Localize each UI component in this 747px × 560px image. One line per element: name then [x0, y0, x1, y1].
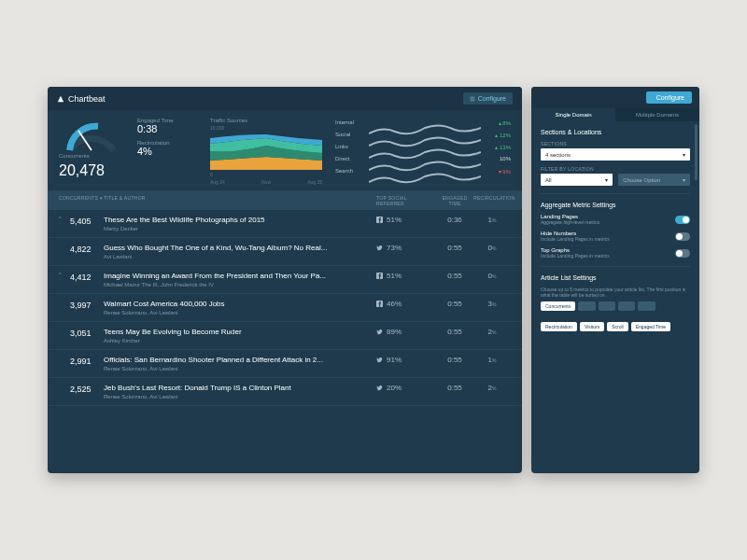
article-row[interactable]: ^ 5,405 These Are the Best Wildlife Phot… — [48, 210, 522, 238]
chartbeat-icon — [57, 95, 64, 103]
toggle-switch[interactable] — [675, 249, 690, 258]
sections-field-label: SECTIONS — [541, 141, 690, 147]
toggle-switch[interactable] — [675, 216, 690, 224]
article-row[interactable]: 2,991 Officials: San Bernardino Shooter … — [48, 350, 522, 378]
article-row[interactable]: 2,525 Jeb Bush's Last Resort: Donald Tru… — [48, 378, 522, 406]
divider — [541, 266, 690, 267]
row-title: Guess Who Bought The One of a Kind, Wu-T… — [104, 244, 376, 252]
col-title[interactable]: TITLE & AUTHOR — [104, 195, 376, 206]
dashboard-window: Chartbeat Configure Concurrents 20,478 E… — [48, 87, 522, 473]
selected-metric-chips: Concurrents — [541, 301, 690, 311]
sections-value: 4 sections — [545, 152, 571, 158]
row-recirc: 0% — [473, 272, 511, 280]
toggle-sub: Include Landing Pages in metrics — [541, 236, 610, 242]
col-engaged[interactable]: ENGAGED TIME — [436, 195, 473, 206]
row-social: 20% — [376, 384, 436, 392]
facebook-icon — [376, 273, 383, 279]
panel-header: Configure — [531, 87, 699, 108]
brand-name: Chartbeat — [68, 94, 106, 104]
source-sparkline — [369, 131, 481, 138]
article-row[interactable]: 3,051 Teens May Be Evolving to Become Ru… — [48, 322, 522, 350]
article-row[interactable]: 3,997 Walmart Cost America 400,000 Jobs … — [48, 294, 522, 322]
sections-select[interactable]: 4 sections ▾ — [541, 148, 690, 161]
col-concurrents[interactable]: CONCURRENTS ▾ — [59, 195, 104, 206]
toggle-sub: Aggregate high-level metrics — [541, 219, 599, 225]
filter-location-select[interactable]: All ▾ — [541, 174, 613, 186]
divider — [541, 193, 690, 194]
chart-ymin: 0 — [210, 172, 213, 177]
tab-single-domain[interactable]: Single Domain — [531, 108, 615, 121]
metric-slot-chip[interactable] — [599, 301, 615, 311]
metric-slot-chip[interactable] — [638, 301, 655, 311]
metric-slot-chip[interactable] — [578, 301, 595, 311]
source-delta: ▾ 9% — [486, 168, 511, 175]
source-delta: ▴ 13% — [486, 144, 511, 150]
row-recirc: 0% — [473, 244, 511, 252]
metric-slot-chip[interactable] — [618, 301, 635, 311]
aggregate-metric-title: Aggregate Metric Settings — [541, 202, 690, 208]
toggle-sub: Include Landing Pages in metrics — [541, 253, 610, 259]
configure-label: Configure — [478, 95, 506, 102]
row-author: Avi Lawlani — [104, 254, 376, 259]
configure-button-panel[interactable]: Configure — [646, 91, 692, 104]
filter-value: All — [545, 177, 552, 183]
config-panel: Configure Single Domain Multiple Domains… — [531, 87, 699, 473]
metric-slot-chip[interactable]: Concurrents — [541, 301, 575, 311]
article-list-sub: Choose up to 5 metrics to populate your … — [541, 287, 690, 298]
concurrents-value: 20,478 — [59, 162, 124, 179]
col-social[interactable]: TOP SOCIAL REFERRER — [376, 195, 436, 206]
row-title: Teens May Be Evolving to Become Ruder — [104, 328, 376, 336]
configure-button[interactable]: Configure — [463, 92, 513, 105]
row-concurrents: 2,991 — [70, 356, 104, 366]
overview-bar: Concurrents 20,478 Engaged Time 0:38 Rec… — [48, 110, 522, 191]
choose-option-value: Choose Option — [623, 177, 660, 183]
row-concurrents: 5,405 — [70, 216, 104, 226]
row-social: 89% — [376, 328, 436, 336]
sections-locations-title: Sections & Locations — [541, 129, 690, 135]
row-recirc: 3% — [473, 300, 511, 308]
row-title: Imagine Winning an Award From the Presid… — [104, 272, 376, 280]
row-concurrents: 3,997 — [70, 300, 104, 310]
col-recirc[interactable]: RECIRCULATION — [473, 195, 511, 206]
row-recirc: 2% — [473, 384, 511, 392]
toggle-switch[interactable] — [675, 232, 690, 241]
source-row: Links ▴ 13% — [335, 142, 511, 151]
scrollbar[interactable] — [695, 124, 698, 180]
metric-option-chip[interactable]: Visitors — [580, 322, 604, 331]
tab-multiple-domains[interactable]: Multiple Domains — [615, 108, 699, 121]
row-engaged: 0:55 — [436, 356, 473, 364]
panel-tabs: Single Domain Multiple Domains — [531, 108, 699, 121]
twitter-icon — [376, 357, 383, 363]
chart-ymax: 10,000 — [210, 125, 224, 131]
facebook-icon — [376, 301, 383, 307]
traffic-sources-list: Internal ▴ 8% Social ▴ 12% Links ▴ 13% D… — [335, 118, 511, 185]
article-row[interactable]: ^ 4,412 Imagine Winning an Award From th… — [48, 266, 522, 294]
metric-option-chip[interactable]: Engaged Time — [631, 322, 670, 331]
row-author: Ashley Kircher — [104, 338, 376, 343]
chart-xmid: Now — [261, 179, 271, 185]
row-social: 46% — [376, 300, 436, 308]
article-row[interactable]: 4,822 Guess Who Bought The One of a Kind… — [48, 238, 522, 266]
source-delta: 10% — [486, 156, 511, 161]
expand-caret-icon[interactable]: ^ — [59, 216, 70, 221]
available-metric-chips: RecirculationVisitorsScrollEngaged Time — [541, 322, 690, 331]
row-social: 51% — [376, 272, 436, 280]
metric-option-chip[interactable]: Scroll — [607, 322, 628, 331]
metric-option-chip[interactable]: Recirculation — [541, 322, 577, 331]
twitter-icon — [376, 329, 383, 335]
row-title: Jeb Bush's Last Resort: Donald Trump IS … — [104, 384, 376, 392]
row-title: Walmart Cost America 400,000 Jobs — [104, 300, 376, 308]
choose-option-select[interactable]: Choose Option ▾ — [618, 174, 690, 186]
configure-label: Configure — [656, 94, 684, 101]
expand-caret-icon[interactable]: ^ — [59, 272, 70, 277]
row-engaged: 0:36 — [436, 216, 473, 224]
chart-xstart: Aug 24 — [210, 179, 225, 185]
source-name: Search — [335, 168, 363, 174]
brand-logo: Chartbeat — [57, 94, 106, 104]
source-sparkline — [369, 167, 481, 175]
chevron-down-icon: ▾ — [683, 151, 685, 158]
source-sparkline — [369, 143, 481, 150]
source-row: Internal ▴ 8% — [335, 118, 511, 127]
row-recirc: 1% — [473, 356, 511, 364]
chevron-down-icon: ▾ — [605, 176, 608, 183]
